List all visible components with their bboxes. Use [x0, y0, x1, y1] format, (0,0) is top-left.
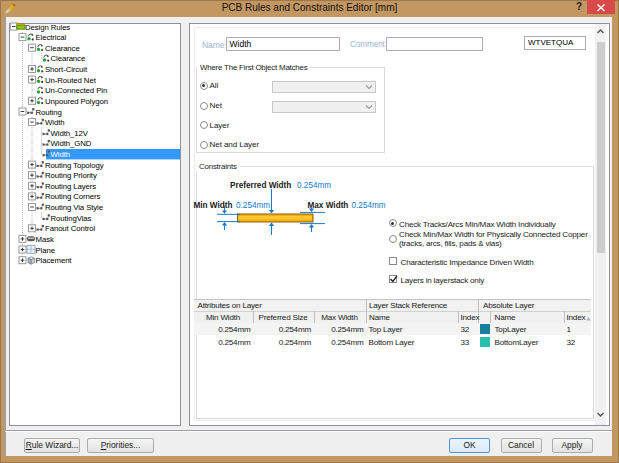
svg-text:Electrical: Electrical — [36, 33, 67, 42]
svg-text:Placement: Placement — [36, 256, 73, 265]
svg-text:Plane: Plane — [36, 246, 55, 255]
svg-text:Routing Via Style: Routing Via Style — [45, 203, 103, 212]
svg-text:Width: Width — [45, 118, 64, 127]
svg-text:Routing Layers: Routing Layers — [45, 182, 96, 191]
svg-text:Routing Corners: Routing Corners — [45, 192, 100, 201]
svg-text:Unpoured Polygon: Unpoured Polygon — [45, 97, 108, 106]
svg-text:0.254mm: 0.254mm — [352, 201, 386, 210]
svg-text:Width_12V: Width_12V — [51, 129, 89, 138]
svg-text:Clearance: Clearance — [45, 44, 80, 53]
svg-text:0.254mm: 0.254mm — [236, 201, 270, 210]
svg-text:Un-Routed Net: Un-Routed Net — [45, 76, 97, 85]
svg-text:Design Rules: Design Rules — [25, 23, 70, 32]
svg-text:Routing Priority: Routing Priority — [45, 171, 97, 180]
svg-text:Max Width: Max Width — [308, 201, 349, 210]
svg-text:RoutingVias: RoutingVias — [51, 214, 92, 223]
svg-text:Routing: Routing — [36, 108, 62, 117]
svg-text:Width: Width — [51, 150, 70, 159]
svg-text:Un-Connected Pin: Un-Connected Pin — [45, 86, 107, 95]
svg-text:Width_GND: Width_GND — [51, 139, 92, 148]
svg-text:Clearance: Clearance — [51, 54, 86, 63]
svg-text:Mask: Mask — [36, 235, 54, 244]
svg-text:Preferred Width: Preferred Width — [230, 181, 291, 190]
svg-text:Min Width: Min Width — [194, 201, 233, 210]
svg-text:0.254mm: 0.254mm — [297, 181, 331, 190]
svg-text:Short-Circuit: Short-Circuit — [45, 65, 88, 74]
svg-text:Routing Topology: Routing Topology — [45, 161, 104, 170]
svg-text:Fanout Control: Fanout Control — [45, 224, 96, 233]
